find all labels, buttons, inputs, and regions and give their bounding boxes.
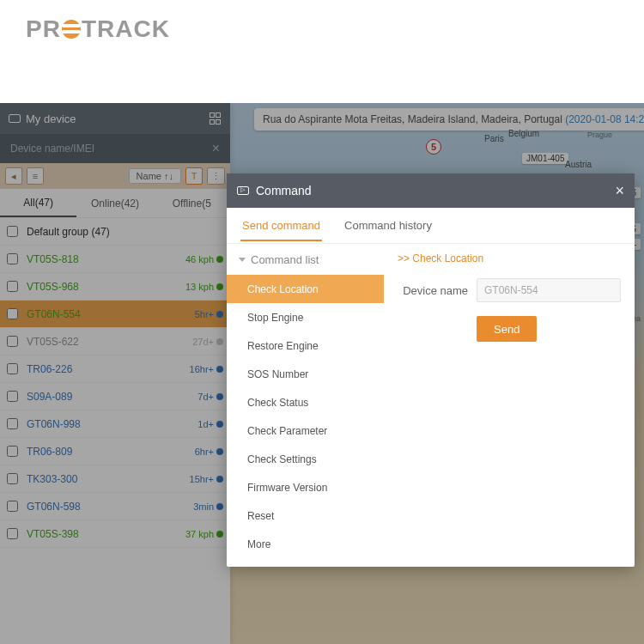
command-item[interactable]: Restore Engine	[227, 331, 384, 360]
command-item[interactable]: More	[227, 530, 384, 558]
send-button[interactable]: Send	[477, 316, 537, 342]
chevron-down-icon	[239, 258, 246, 262]
command-list-panel: Command list Check LocationStop EngineRe…	[227, 244, 384, 567]
modal-title: Command	[256, 184, 312, 197]
modal-header: Command ×	[227, 173, 635, 208]
command-item[interactable]: SOS Number	[227, 360, 384, 388]
command-item[interactable]: Check Status	[227, 388, 384, 416]
tab-command-history[interactable]: Command history	[344, 210, 432, 240]
modal-tabs: Send command Command history	[227, 208, 635, 244]
command-icon	[237, 186, 249, 195]
command-item[interactable]: Reset	[227, 501, 384, 530]
device-name-field	[477, 278, 621, 302]
command-item[interactable]: Check Parameter	[227, 416, 384, 445]
command-form: >> Check Location Device name Send	[384, 244, 635, 567]
command-item[interactable]: Check Location	[227, 275, 384, 303]
command-item[interactable]: Stop Engine	[227, 303, 384, 331]
command-item[interactable]: Check Settings	[227, 445, 384, 473]
command-item[interactable]: Firmware Version	[227, 473, 384, 501]
tab-send-command[interactable]: Send command	[242, 210, 320, 240]
logo-o-icon	[62, 20, 81, 39]
brand-logo: PRTRACK	[0, 0, 644, 53]
command-modal: Command × Send command Command history C…	[227, 173, 635, 567]
device-name-label: Device name	[398, 284, 468, 297]
command-breadcrumb: >> Check Location	[398, 252, 621, 264]
command-list-title[interactable]: Command list	[227, 244, 384, 275]
close-icon[interactable]: ×	[615, 182, 624, 200]
